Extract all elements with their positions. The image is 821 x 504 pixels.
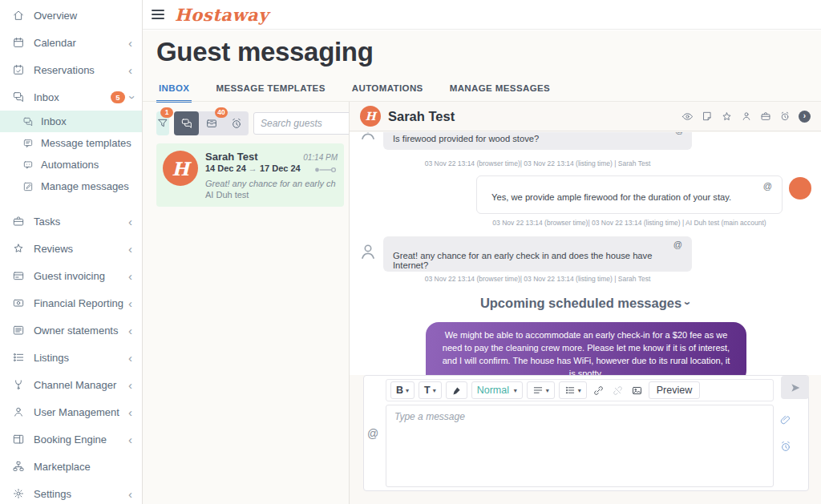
chevron-collapsed-icon: ‹ [128, 270, 132, 282]
scheduled-view-button[interactable] [224, 111, 249, 135]
paragraph-format-select[interactable]: Normal▾ [471, 381, 523, 399]
caret-down-icon: ▾ [546, 387, 549, 394]
banknote-icon [12, 296, 25, 309]
scheduled-message-bubble[interactable]: We might be able to accommodate an early… [426, 322, 746, 375]
gear-icon [12, 487, 25, 500]
caret-down-icon: ▾ [514, 387, 517, 394]
message-input[interactable] [386, 405, 774, 487]
window-layout-icon [12, 433, 25, 446]
hamburger-menu-icon[interactable] [152, 10, 164, 19]
sidebar-item-financial-reporting[interactable]: Financial Reporting ‹ [0, 289, 142, 317]
schedule-message-button[interactable] [779, 440, 792, 456]
message-meta: 03 Nov 22 13:14 (browser time)| 03 Nov 2… [383, 159, 692, 167]
hostaway-logo[interactable]: Hostaway [175, 5, 269, 25]
note-icon[interactable] [702, 111, 713, 122]
incoming-message-bubble: Great! any chance for an early check in … [383, 236, 692, 272]
preview-button[interactable]: Preview [649, 381, 700, 399]
archive-view-button[interactable]: 40 [199, 111, 224, 135]
sidebar-item-user-management[interactable]: User Management ‹ [0, 398, 142, 425]
link-icon [592, 385, 605, 397]
sidebar-subitem-manage-messages[interactable]: Manage messages [0, 175, 142, 197]
chevron-expanded-icon: ‹ [124, 95, 136, 99]
tab-manage-messages[interactable]: MANAGE MESSAGES [447, 83, 553, 103]
chat-view-button[interactable] [174, 111, 199, 135]
automation-bot-icon [22, 159, 34, 171]
chevron-collapsed-icon: ‹ [128, 216, 132, 228]
topbar: Hostaway [143, 0, 821, 30]
sidebar-item-settings[interactable]: Settings ‹ [0, 480, 142, 504]
sidebar-item-label: Inbox [34, 91, 59, 103]
list-button[interactable]: ▾ [559, 381, 587, 399]
sidebar-item-reservations[interactable]: Reservations ‹ [0, 56, 142, 83]
attach-file-button[interactable] [779, 413, 792, 429]
sidebar-item-owner-statements[interactable]: Owner statements ‹ [0, 317, 142, 344]
font-size-button[interactable]: T▾ [419, 381, 442, 399]
sidebar-item-tasks[interactable]: Tasks ‹ [0, 208, 142, 235]
message-text: Yes, we provide ample firewood for the d… [491, 192, 731, 202]
sidebar-item-overview[interactable]: Overview [0, 2, 142, 29]
bold-button[interactable]: B▾ [390, 381, 415, 399]
sidebar-item-label: Channel Manager [34, 379, 116, 391]
sidebar-item-listings[interactable]: Listings ‹ [0, 344, 142, 371]
chat-bubbles-icon [22, 116, 34, 127]
conversation-header: H Sarah Test › [350, 102, 821, 131]
caret-down-icon: ▾ [578, 387, 581, 394]
sidebar-item-calendar[interactable]: Calendar ‹ [0, 29, 142, 56]
tab-message-templates[interactable]: MESSAGE TEMPLATES [213, 83, 327, 103]
credit-card-icon [12, 269, 25, 282]
incoming-message-bubble: Is firewood provided for wood stove? @ [383, 132, 692, 150]
eye-icon[interactable] [681, 111, 694, 123]
upcoming-scheduled-messages-toggle[interactable]: Upcoming scheduled messages› [350, 296, 821, 311]
unlink-button[interactable] [610, 381, 625, 399]
sidebar-item-label: Manage messages [41, 180, 129, 192]
sidebar-subitem-inbox[interactable]: Inbox [0, 111, 142, 132]
tab-inbox[interactable]: INBOX [156, 83, 192, 103]
chevron-collapsed-icon: ‹ [128, 37, 132, 49]
align-button[interactable]: ▾ [527, 381, 555, 399]
calendar-check-icon [12, 63, 25, 76]
expand-conversation-icon[interactable]: › [799, 111, 811, 123]
message-composer: B▾ T▾ Normal▾ ▾ ▾ Preview @ [363, 375, 809, 491]
host-avatar [789, 177, 811, 200]
formatting-toolbar: B▾ T▾ Normal▾ ▾ ▾ Preview [386, 379, 774, 401]
calendar-icon [12, 36, 25, 49]
user-icon [12, 405, 25, 418]
message-thread: Is firewood provided for wood stove? @ 0… [350, 132, 821, 375]
sidebar-item-booking-engine[interactable]: Booking Engine ‹ [0, 425, 142, 453]
sidebar-item-inbox[interactable]: Inbox 5 ‹ [0, 83, 142, 111]
user-icon[interactable] [741, 111, 752, 122]
document-lines-icon [12, 324, 25, 337]
link-button[interactable] [591, 381, 606, 399]
chevron-collapsed-icon: ‹ [128, 433, 132, 446]
sidebar-item-guest-invoicing[interactable]: Guest invoicing ‹ [0, 262, 142, 289]
message-meta: 03 Nov 22 13:14 (browser time)| 03 Nov 2… [383, 275, 692, 283]
briefcase-icon[interactable] [760, 111, 771, 122]
star-icon[interactable] [721, 111, 733, 123]
unlink-icon [612, 385, 624, 397]
guest-avatar-icon [358, 132, 378, 146]
send-button[interactable] [781, 376, 809, 399]
sidebar-item-label: Reservations [34, 64, 95, 76]
sidebar-item-channel-manager[interactable]: Channel Manager ‹ [0, 371, 142, 398]
mention-trigger[interactable]: @ [367, 427, 378, 440]
conversation-guest-name: Sarah Test [388, 109, 455, 124]
guest-avatar-icon [358, 241, 378, 265]
mention-icon: @ [675, 132, 684, 135]
sidebar-subitem-automations[interactable]: Automations [0, 154, 142, 175]
sidebar-group-gap [0, 197, 142, 208]
conversation-actions: › [681, 111, 811, 123]
conversation-list-item[interactable]: H Sarah Test 01:14 PM 14 Dec 24 → 17 Dec… [156, 143, 344, 207]
chevron-collapsed-icon: ‹ [128, 297, 132, 309]
list-toolbar: 1 40 [156, 111, 344, 135]
sidebar-item-marketplace[interactable]: Marketplace [0, 453, 142, 480]
text-color-button[interactable] [446, 381, 467, 399]
alarm-clock-icon[interactable] [779, 111, 791, 122]
insert-image-button[interactable] [629, 381, 645, 399]
sidebar-item-label: Financial Reporting [34, 297, 123, 309]
guest-messaging-page: Guest messaging INBOX MESSAGE TEMPLATES … [143, 30, 821, 504]
tab-automations[interactable]: AUTOMATIONS [350, 83, 426, 103]
filter-button[interactable]: 1 [156, 111, 169, 135]
chat-bubbles-icon [180, 117, 193, 130]
sidebar-subitem-message-templates[interactable]: Message templates [0, 132, 142, 154]
sidebar-item-reviews[interactable]: Reviews ‹ [0, 235, 142, 262]
